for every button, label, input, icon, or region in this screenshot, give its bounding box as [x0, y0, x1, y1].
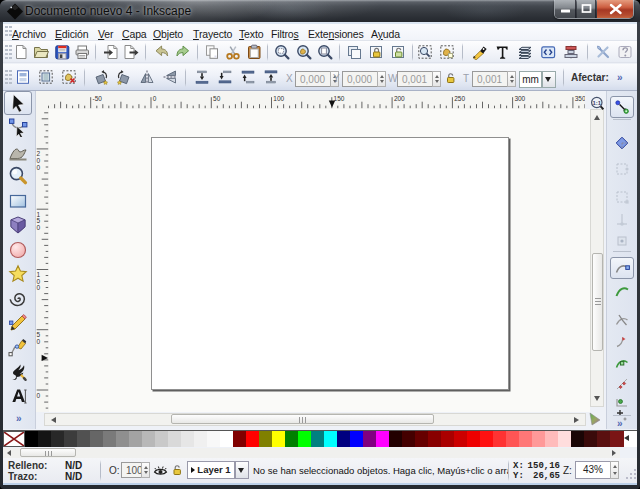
svg-text:0: 0	[37, 392, 41, 399]
svg-text:50: 50	[213, 95, 221, 102]
svg-text:0: 0	[37, 338, 41, 345]
svg-text:300: 300	[514, 95, 525, 102]
svg-text:200: 200	[394, 95, 405, 102]
svg-text:0: 0	[37, 284, 41, 291]
svg-text:0: 0	[153, 95, 157, 102]
svg-text:150: 150	[334, 95, 345, 102]
svg-text:350: 350	[575, 95, 585, 102]
svg-text:0: 0	[37, 164, 41, 171]
svg-text:-50: -50	[93, 95, 103, 102]
svg-text:0: 0	[37, 224, 41, 231]
svg-text:1:1: 1:1	[592, 100, 601, 106]
svg-text:250: 250	[454, 95, 465, 102]
svg-text:100: 100	[273, 95, 284, 102]
